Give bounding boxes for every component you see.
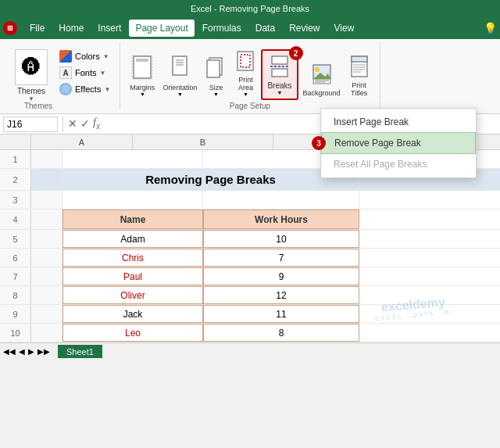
cell-hours-10[interactable]: 8	[203, 324, 359, 342]
effects-button[interactable]: Effects ▼	[56, 81, 113, 97]
name-box[interactable]	[3, 116, 58, 132]
menu-file[interactable]: File	[23, 20, 51, 37]
size-chevron: ▼	[213, 91, 219, 97]
cell-b1[interactable]	[62, 150, 203, 168]
table-row: 3	[0, 191, 500, 210]
prev-sheet-icon[interactable]: ◀	[19, 347, 25, 356]
menu-insert[interactable]: Insert	[91, 20, 127, 37]
cell-name-header[interactable]: Name	[62, 210, 203, 229]
ribbon-group-themes: 🅐 Themes ▼ Colors ▼ A Fonts ▼ Effects	[3, 42, 120, 109]
remove-page-break-item[interactable]: Remove Page Break 3	[321, 132, 476, 154]
row-num-10: 10	[0, 324, 31, 342]
row-num-3: 3	[0, 191, 31, 209]
cell-a2[interactable]	[31, 169, 62, 190]
insert-function-icon[interactable]: fx	[93, 116, 100, 131]
svg-rect-12	[272, 56, 288, 64]
cancel-formula-icon[interactable]: ✕	[68, 117, 77, 130]
cell-a1[interactable]	[31, 150, 62, 168]
cell-name-8[interactable]: Oliver	[62, 286, 203, 304]
background-button[interactable]: Background	[300, 59, 344, 100]
row-col-spacer	[0, 134, 31, 149]
margins-icon	[131, 55, 153, 84]
print-area-label2: Area	[238, 84, 253, 91]
orientation-label: Orientation	[162, 84, 197, 91]
svg-rect-14	[272, 69, 288, 77]
cell-name-5[interactable]: Adam	[62, 230, 203, 248]
row-num-1: 1	[0, 150, 31, 168]
cell-hours-5[interactable]: 10	[203, 230, 359, 248]
print-area-label: Print	[238, 76, 253, 84]
menu-page-layout[interactable]: Page Layout	[129, 20, 194, 37]
size-label: Size	[209, 84, 223, 91]
confirm-formula-icon[interactable]: ✓	[80, 117, 90, 130]
menu-view[interactable]: View	[328, 20, 361, 37]
cell-a3[interactable]	[31, 191, 62, 209]
next-sheet-icon[interactable]: ▶	[28, 347, 34, 356]
svg-rect-4	[173, 56, 187, 75]
cell-b3[interactable]	[62, 191, 203, 209]
cell-title[interactable]: Removing Page Breaks	[62, 169, 359, 190]
cell-a7[interactable]	[31, 267, 62, 285]
row-num-9: 9	[0, 305, 31, 323]
print-titles-button[interactable]: Print Titles	[345, 51, 373, 100]
ribbon-group-page-setup: Margins ▼ Orientation ▼	[120, 42, 380, 113]
insert-page-break-item[interactable]: Insert Page Break	[321, 112, 476, 132]
table-row: 6 Chris 7	[0, 249, 500, 267]
colors-chevron: ▼	[103, 53, 109, 60]
cell-hours-7[interactable]: 9	[203, 267, 359, 285]
cell-name-7[interactable]: Paul	[62, 267, 203, 285]
remove-page-break-label: Remove Page Break	[334, 138, 421, 149]
breaks-label: Breaks	[267, 81, 291, 90]
svg-point-17	[315, 67, 320, 72]
orientation-button[interactable]: Orientation ▼	[159, 52, 200, 100]
last-sheet-icon[interactable]: ▶▶	[38, 347, 50, 356]
formula-icons: ✕ ✓ fx	[68, 116, 100, 131]
cell-a10[interactable]	[31, 324, 62, 342]
print-titles-label: Print	[352, 81, 366, 89]
cell-hours-8[interactable]: 12	[203, 286, 359, 304]
cell-name-10[interactable]: Leo	[62, 324, 203, 342]
row-num-5: 5	[0, 230, 31, 248]
help-icon[interactable]: 💡	[484, 22, 497, 34]
print-area-button[interactable]: Print Area ▼	[231, 45, 259, 100]
formula-separator	[62, 116, 63, 132]
cell-hours-9[interactable]: 11	[203, 305, 359, 323]
themes-button[interactable]: 🅐 Themes ▼	[9, 45, 53, 106]
sheet-tab-1[interactable]: Sheet1	[58, 345, 102, 358]
cell-a9[interactable]	[31, 305, 62, 323]
svg-rect-18	[313, 79, 330, 84]
cell-c3[interactable]	[203, 191, 359, 209]
cell-hours-header[interactable]: Work Hours	[203, 210, 359, 229]
cell-a8[interactable]	[31, 286, 62, 304]
breaks-icon	[269, 54, 291, 81]
themes-group-label: Themes	[3, 102, 73, 110]
cell-a6[interactable]	[31, 249, 62, 267]
remove-page-break-container: Remove Page Break 3	[321, 132, 476, 154]
insert-page-break-label[interactable]: Insert Page Break	[321, 112, 476, 132]
cell-a5[interactable]	[31, 230, 62, 248]
themes-sub-buttons: Colors ▼ A Fonts ▼ Effects ▼	[56, 48, 113, 97]
margins-button[interactable]: Margins ▼	[127, 52, 158, 100]
menu-formulas[interactable]: Formulas	[196, 20, 248, 37]
cell-name-9[interactable]: Jack	[62, 305, 203, 323]
menu-review[interactable]: Review	[283, 20, 326, 37]
cell-a4[interactable]	[31, 210, 62, 229]
col-header-b: B	[133, 134, 273, 149]
ribbon-groups: 🅐 Themes ▼ Colors ▼ A Fonts ▼ Effects	[3, 42, 497, 113]
reset-page-breaks-item[interactable]: Reset All Page Breaks	[321, 154, 476, 174]
breaks-dropdown-menu: Insert Page Break Remove Page Break 3 Re…	[320, 108, 477, 178]
cell-name-6[interactable]: Chris	[62, 249, 203, 267]
excel-badge: ⊞	[3, 21, 17, 35]
first-sheet-icon[interactable]: ◀◀	[3, 347, 16, 356]
cell-hours-6[interactable]: 7	[203, 249, 359, 267]
fonts-button[interactable]: A Fonts ▼	[56, 65, 113, 81]
menu-data[interactable]: Data	[249, 20, 281, 37]
size-button[interactable]: Size ▼	[202, 53, 230, 100]
breaks-button-container: Breaks ▼ 2	[261, 49, 298, 100]
fonts-chevron: ▼	[100, 70, 106, 77]
print-area-chevron: ▼	[243, 91, 248, 97]
background-icon	[311, 62, 333, 89]
row-num-6: 6	[0, 249, 31, 267]
colors-button[interactable]: Colors ▼	[56, 48, 113, 64]
menu-home[interactable]: Home	[52, 20, 90, 37]
